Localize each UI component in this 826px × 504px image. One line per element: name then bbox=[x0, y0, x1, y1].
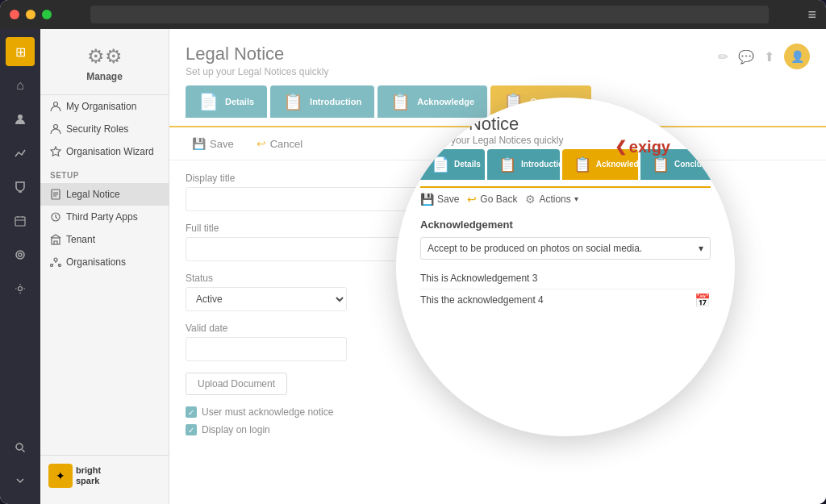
checkbox-acknowledge[interactable]: ✓ bbox=[186, 406, 197, 418]
sidebar-dark: ⊞ ⌂ bbox=[0, 29, 40, 504]
sidebar-icon-person[interactable] bbox=[6, 105, 35, 134]
sidebar-nav: ⚙⚙ Manage My Organisation Security Roles… bbox=[40, 29, 169, 504]
manage-icon: ⚙⚙ bbox=[87, 45, 123, 68]
sidebar-icon-settings[interactable] bbox=[6, 274, 35, 303]
page-title: Legal Notice bbox=[186, 44, 328, 65]
checkbox-acknowledge-label: User must acknowledge notice bbox=[202, 406, 333, 418]
header-left: Legal Notice Set up your Legal Notices q… bbox=[186, 44, 328, 77]
dropdown-chevron-icon: ▾ bbox=[699, 243, 703, 254]
upload-document-button[interactable]: Upload Document bbox=[186, 373, 287, 395]
checkbox-login-label: Display on login bbox=[202, 424, 270, 435]
zoom-go-back-button[interactable]: ↩ Go Back bbox=[467, 193, 517, 206]
acknowledgement-item-4-row: This the acknowledgement 4 📅 bbox=[420, 289, 711, 311]
zoom-inner: Legal Notice Set up your Legal Notices q… bbox=[396, 98, 735, 436]
traffic-light-yellow[interactable] bbox=[26, 10, 35, 19]
zoom-tab-intro-icon: 📋 bbox=[499, 156, 516, 173]
tab-acknowledge-icon: 📋 bbox=[390, 92, 411, 111]
sidebar-icon-collapse[interactable] bbox=[6, 467, 35, 496]
svg-rect-1 bbox=[15, 217, 25, 226]
user-avatar[interactable]: 👤 bbox=[784, 44, 810, 69]
checkbox-login-row: ✓ Display on login bbox=[186, 424, 810, 435]
sidebar-icon-home[interactable]: ⌂ bbox=[6, 71, 35, 100]
traffic-light-red[interactable] bbox=[10, 10, 19, 19]
tab-details[interactable]: 📄 Details bbox=[186, 85, 267, 118]
zoom-tab-introduction[interactable]: 📋 Introduction bbox=[487, 149, 560, 180]
tab-introduction-label: Introduction bbox=[310, 97, 361, 106]
cancel-button[interactable]: ↩ Cancel bbox=[250, 134, 309, 153]
edit-icon[interactable]: ✏ bbox=[718, 49, 728, 65]
svg-point-0 bbox=[18, 115, 23, 119]
tab-acknowledge-label: Acknowledge bbox=[417, 97, 474, 106]
zoom-tab-details-icon: 📄 bbox=[432, 156, 449, 173]
tab-details-icon: 📄 bbox=[198, 92, 219, 111]
cancel-icon: ↩ bbox=[257, 137, 266, 150]
sidebar-icon-grid[interactable]: ⊞ bbox=[6, 37, 35, 66]
brand-logo-text: bright spark bbox=[76, 465, 101, 486]
acknowledgement-item-4[interactable]: This the acknowledgement 4 bbox=[420, 294, 544, 306]
zoom-tab-details-label: Details bbox=[454, 160, 481, 169]
zoom-save-icon: 💾 bbox=[420, 193, 434, 206]
zoom-header: Legal Notice Set up your Legal Notices q… bbox=[420, 114, 563, 146]
nav-item-org-wizard[interactable]: Organisation Wizard bbox=[40, 140, 169, 163]
url-bar[interactable] bbox=[90, 6, 769, 23]
sidebar-icon-search[interactable] bbox=[6, 433, 35, 462]
valid-date-input[interactable] bbox=[186, 337, 347, 361]
nav-item-third-party[interactable]: Third Party Apps bbox=[40, 206, 169, 228]
traffic-light-green[interactable] bbox=[42, 10, 52, 19]
app-layout: ⊞ ⌂ bbox=[0, 29, 826, 504]
zoom-overlay: Legal Notice Set up your Legal Notices q… bbox=[396, 98, 735, 436]
status-select[interactable]: Active bbox=[186, 287, 347, 311]
nav-item-security-roles[interactable]: Security Roles bbox=[40, 118, 169, 140]
acknowledgement-label: Acknowledgement bbox=[420, 219, 711, 231]
zoom-go-back-icon: ↩ bbox=[467, 193, 477, 206]
brand-logo: ✦ bright spark bbox=[48, 464, 101, 488]
sidebar-icon-circle[interactable] bbox=[6, 240, 35, 269]
tab-details-label: Details bbox=[225, 97, 254, 106]
manage-section: ⚙⚙ Manage bbox=[40, 37, 169, 95]
comment-icon[interactable]: 💬 bbox=[738, 49, 754, 65]
nav-item-organisations[interactable]: Organisations bbox=[40, 251, 169, 273]
zoom-page-title: Legal Notice bbox=[420, 114, 563, 135]
svg-point-3 bbox=[19, 253, 22, 256]
checkbox-login[interactable]: ✓ bbox=[186, 424, 197, 435]
main-header: Legal Notice Set up your Legal Notices q… bbox=[169, 29, 826, 85]
header-actions: ✏ 💬 ⬆ 👤 bbox=[718, 44, 810, 69]
svg-point-7 bbox=[54, 125, 58, 129]
menu-icon[interactable]: ≡ bbox=[807, 6, 816, 23]
zoom-tab-conc-icon: 📋 bbox=[652, 156, 670, 173]
nav-item-my-organisation[interactable]: My Organisation bbox=[40, 95, 169, 118]
brand-footer: ✦ bright spark bbox=[40, 455, 169, 496]
main-content: Legal Notice Set up your Legal Notices q… bbox=[169, 29, 826, 504]
tab-introduction[interactable]: 📋 Introduction bbox=[270, 85, 374, 118]
setup-section-label: SETUP bbox=[40, 163, 169, 183]
acknowledgement-item-3[interactable]: This is Acknowledgement 3 bbox=[420, 268, 711, 289]
zoom-tab-intro-label: Introduction bbox=[521, 160, 568, 169]
save-icon: 💾 bbox=[192, 137, 206, 150]
brand-logo-icon: ✦ bbox=[48, 464, 73, 488]
acknowledgement-dropdown[interactable]: Accept to be produced on photos on socia… bbox=[420, 237, 711, 260]
actions-button[interactable]: ⚙ Actions ▾ bbox=[525, 193, 578, 206]
app-window: ≡ ⊞ ⌂ bbox=[0, 0, 826, 504]
calendar-icon[interactable]: 📅 bbox=[695, 293, 711, 308]
title-bar: ≡ bbox=[0, 0, 826, 29]
zoom-save-button[interactable]: 💾 Save bbox=[420, 193, 459, 206]
status-label: Status bbox=[186, 273, 347, 284]
manage-label: Manage bbox=[86, 71, 123, 82]
zoom-form: Acknowledgement Accept to be produced on… bbox=[420, 219, 711, 311]
actions-chevron-icon: ▾ bbox=[574, 194, 578, 203]
svg-point-11 bbox=[54, 258, 57, 261]
acknowledgement-dropdown-value: Accept to be produced on photos on socia… bbox=[428, 243, 642, 254]
share-icon[interactable]: ⬆ bbox=[764, 49, 774, 65]
sidebar-icon-chart[interactable] bbox=[6, 139, 35, 168]
zoom-toolbar: 💾 Save ↩ Go Back ⚙ Actions ▾ bbox=[420, 186, 711, 210]
nav-item-tenant[interactable]: Tenant bbox=[40, 228, 169, 251]
sidebar-icon-trophy[interactable] bbox=[6, 173, 35, 202]
status-group: Status Active bbox=[186, 273, 347, 311]
svg-point-6 bbox=[54, 102, 58, 106]
sidebar-icon-calendar[interactable] bbox=[6, 206, 35, 235]
svg-point-4 bbox=[19, 287, 23, 291]
page-subtitle: Set up your Legal Notices quickly bbox=[186, 66, 328, 77]
save-button[interactable]: 💾 Save bbox=[186, 134, 240, 153]
actions-gear-icon: ⚙ bbox=[525, 193, 536, 206]
nav-item-legal-notice[interactable]: Legal Notice bbox=[40, 183, 169, 206]
